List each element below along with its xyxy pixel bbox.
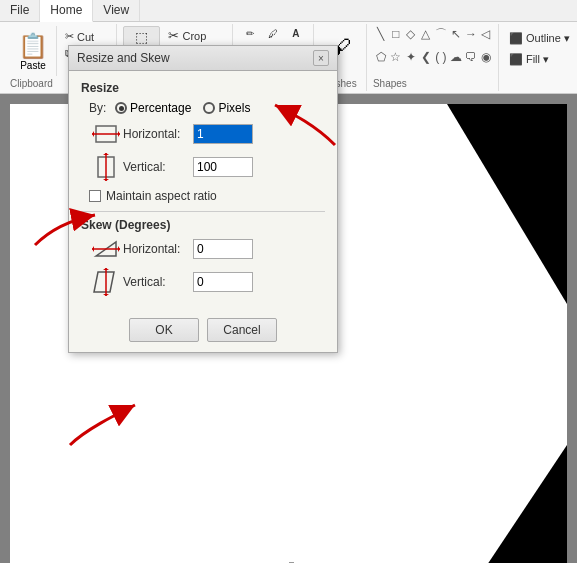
- resize-v-icon-container: [89, 153, 123, 181]
- dialog-footer: OK Cancel: [69, 312, 337, 352]
- pixels-radio[interactable]: [203, 102, 215, 114]
- svg-marker-3: [118, 131, 120, 137]
- separator: [81, 211, 325, 212]
- resize-horizontal-icon: [92, 123, 120, 145]
- dialog-overlay: Resize and Skew × Resize By: Percentage …: [0, 0, 577, 563]
- resize-vertical-row: Vertical:: [89, 153, 325, 181]
- svg-marker-12: [94, 272, 114, 292]
- resize-horizontal-row: Horizontal:: [89, 123, 325, 145]
- skew-vertical-label: Vertical:: [123, 275, 193, 289]
- skew-section-label: Skew (Degrees): [81, 218, 325, 232]
- pixels-option[interactable]: Pixels: [203, 101, 250, 115]
- pixels-label: Pixels: [218, 101, 250, 115]
- maintain-aspect-checkbox[interactable]: [89, 190, 101, 202]
- percentage-label: Percentage: [130, 101, 191, 115]
- skew-vertical-icon: [92, 268, 120, 296]
- resize-vertical-icon: [92, 153, 120, 181]
- resize-vertical-input[interactable]: [193, 157, 253, 177]
- cancel-button[interactable]: Cancel: [207, 318, 277, 342]
- maintain-aspect-label: Maintain aspect ratio: [106, 189, 217, 203]
- dialog-resize-skew: Resize and Skew × Resize By: Percentage …: [68, 45, 338, 353]
- skew-horizontal-row: Horizontal:: [89, 238, 325, 260]
- percentage-radio[interactable]: [115, 102, 127, 114]
- skew-vertical-input[interactable]: [193, 272, 253, 292]
- dialog-title: Resize and Skew: [77, 51, 170, 65]
- by-row: By: Percentage Pixels: [89, 101, 325, 115]
- resize-vertical-label: Vertical:: [123, 160, 193, 174]
- skew-vertical-row: Vertical:: [89, 268, 325, 296]
- skew-horizontal-icon: [92, 238, 120, 260]
- svg-marker-10: [92, 246, 94, 252]
- dialog-body: Resize By: Percentage Pixels: [69, 71, 337, 312]
- svg-marker-11: [118, 246, 120, 252]
- ok-button[interactable]: OK: [129, 318, 199, 342]
- skew-horizontal-input[interactable]: [193, 239, 253, 259]
- svg-marker-2: [92, 131, 94, 137]
- dialog-titlebar: Resize and Skew ×: [69, 46, 337, 71]
- by-label: By:: [89, 101, 109, 115]
- skew-horizontal-label: Horizontal:: [123, 242, 193, 256]
- maintain-aspect-row: Maintain aspect ratio: [89, 189, 325, 203]
- skew-v-icon-container: [89, 268, 123, 296]
- svg-marker-14: [103, 268, 109, 270]
- svg-marker-7: [103, 179, 109, 181]
- skew-h-icon-container: [89, 238, 123, 260]
- resize-section-label: Resize: [81, 81, 325, 95]
- resize-horizontal-input[interactable]: [193, 124, 253, 144]
- arrow-ok: [65, 390, 145, 450]
- svg-marker-6: [103, 153, 109, 155]
- percentage-option[interactable]: Percentage: [115, 101, 191, 115]
- resize-radio-group: Percentage Pixels: [115, 101, 250, 115]
- dialog-close-button[interactable]: ×: [313, 50, 329, 66]
- svg-marker-15: [103, 294, 109, 296]
- resize-horizontal-label: Horizontal:: [123, 127, 193, 141]
- resize-h-icon-container: [89, 123, 123, 145]
